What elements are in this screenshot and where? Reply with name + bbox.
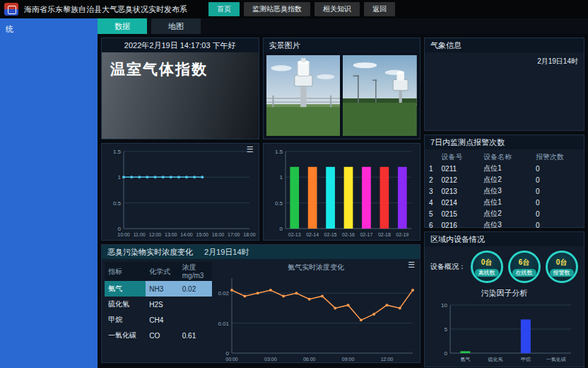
svg-text:1: 1 (118, 174, 122, 180)
alarm-cell: 0213 (437, 185, 480, 197)
device-stat-label: 报警数 (550, 269, 574, 277)
alarm-table-body: 10211点位1020212点位2030213点位3040214点位105021… (425, 163, 584, 231)
odor-cell-formula: CH4 (146, 312, 179, 328)
weather-panel: 气象信息 2月19日14时 (424, 38, 584, 131)
odor-timestamp: 2月19日14时 (204, 245, 249, 259)
devices-body: 设备概况： 0台离线数6台在线数0台报警数 污染因子分析 0510氨气硫化氢甲烷… (425, 246, 584, 367)
svg-text:1.5: 1.5 (274, 149, 283, 155)
device-overview-label: 设备概况： (430, 262, 470, 272)
photos-body (264, 52, 421, 139)
alarm-row: 30213点位30 (425, 185, 584, 197)
svg-text:03:00: 03:00 (264, 357, 277, 362)
svg-text:12:00: 12:00 (149, 232, 162, 237)
alarm-cell: 0 (531, 208, 584, 219)
device-stat-alarm: 0台报警数 (546, 251, 578, 283)
alarm-table-head: 设备号设备名称报警次数 (425, 151, 584, 163)
nav-item-knowledge[interactable]: 相关知识 (314, 2, 360, 16)
alarm-cell: 0 (531, 174, 584, 185)
content-area: 数据地图 2022年2月19日 14:17:03 下午好 温室气体指数 实景图片 (98, 18, 588, 368)
alarm-col-index (425, 151, 437, 163)
odor-cell-formula: NH3 (146, 281, 179, 297)
svg-text:0.02: 0.02 (218, 290, 229, 297)
chart-svg-greenhouse_line: 00.511.510:0011:0012:0013:0014:0015:0016… (104, 146, 257, 238)
odor-cell-indicator: 甲烷 (105, 312, 146, 328)
odor-row-carbon-monoxide[interactable]: 一氧化碳CO0.61 (105, 328, 212, 343)
greeting-headline: 温室气体指数 (110, 59, 250, 79)
device-stat-online: 6台在线数 (508, 251, 541, 283)
devices-panel: 区域内设备情况 设备概况： 0台离线数6台在线数0台报警数 污染因子分析 051… (424, 231, 584, 367)
device-stat-label: 离线数 (475, 269, 499, 277)
alarm-cell: 5 (425, 208, 437, 219)
svg-text:17:00: 17:00 (228, 232, 240, 237)
greeting-datetime: 2022年2月19日 14:17:03 下午好 (102, 38, 259, 52)
weather-timestamp: 2月19日14时 (537, 57, 578, 67)
odor-row-methane[interactable]: 甲烷CH4 (105, 312, 212, 328)
nav-item-back[interactable]: 返回 (364, 2, 395, 16)
sidebar: 统 (0, 18, 98, 368)
svg-text:02-16: 02-16 (342, 232, 355, 237)
devices-title: 区域内设备情况 (425, 232, 584, 246)
greeting-panel: 2022年2月19日 14:17:03 下午好 温室气体指数 (101, 38, 259, 139)
alarm-cell: 点位3 (479, 219, 531, 231)
site-photo-1[interactable] (266, 55, 341, 136)
odor-row-ammonia[interactable]: 氨气NH30.02 (105, 281, 212, 297)
odor-row-hydrogen-sulfide[interactable]: 硫化氢H2S (105, 297, 212, 312)
svg-text:0.5: 0.5 (274, 200, 283, 207)
svg-text:1.5: 1.5 (113, 149, 122, 155)
alarm-cell: 点位2 (479, 174, 531, 185)
svg-text:00:00: 00:00 (225, 357, 238, 362)
odor-col-0: 指标 (105, 262, 146, 281)
alarm-cell: 0 (531, 163, 584, 174)
svg-text:02-18: 02-18 (377, 232, 390, 237)
alarm-cell: 0211 (437, 163, 480, 174)
alarm-cell: 0215 (437, 208, 480, 219)
device-stat-count: 0台 (481, 258, 493, 268)
odor-cell-formula: H2S (146, 297, 179, 312)
sidebar-item-system[interactable]: 统 (6, 24, 92, 35)
chart-toolbox-icon[interactable]: ☰ (247, 146, 254, 154)
odor-table: 指标化学式浓度 mg/m3 氨气NH30.02硫化氢H2S甲烷CH4一氧化碳CO… (105, 262, 212, 343)
chart-svg-daily_bars: 00.511.502-1302-1402-1502-1602-1702-1802… (266, 146, 418, 238)
svg-text:14:00: 14:00 (180, 232, 193, 237)
chart-svg-factor_bars: 0510氨气硫化氢甲烷一氧化碳 (430, 299, 578, 362)
svg-text:18:00: 18:00 (243, 232, 256, 237)
odor-cell-formula: CO (146, 328, 179, 343)
alarm-col-0: 设备号 (437, 151, 480, 163)
odor-cell-indicator: 硫化氢 (105, 297, 146, 312)
svg-text:0: 0 (279, 226, 283, 232)
alarm-row: 40214点位10 (425, 197, 584, 208)
odor-title: 恶臭污染物实时浓度变化 (107, 245, 193, 259)
alarm-cell: 点位2 (479, 208, 531, 219)
ammonia-line-chart: 00.010.0200:0003:0006:0009:0012:00 (212, 272, 420, 362)
tab-data[interactable]: 数据 (98, 18, 147, 34)
weather-title: 气象信息 (425, 38, 584, 52)
odor-table-head: 指标化学式浓度 mg/m3 (105, 262, 212, 281)
alarms-panel: 7日内监测点报警次数 设备号设备名称报警次数 10211点位1020212点位2… (424, 134, 584, 228)
weather-body: 2月19日14时 (425, 52, 584, 130)
alarm-row: 60216点位30 (425, 219, 584, 231)
alarm-cell: 点位3 (479, 185, 531, 197)
nav-item-home[interactable]: 首页 (208, 2, 240, 16)
svg-text:10: 10 (441, 302, 447, 309)
svg-text:一氧化碳: 一氧化碳 (546, 357, 566, 362)
photos-panel: 实景图片 (263, 38, 421, 139)
tab-map[interactable]: 地图 (151, 18, 201, 34)
svg-text:甲烷: 甲烷 (521, 357, 531, 362)
greenhouse-chart-panel: ☰ 00.511.510:0011:0012:0013:0014:0015:00… (101, 143, 259, 241)
photos-title: 实景图片 (264, 38, 421, 52)
main-column: 2022年2月19日 14:17:03 下午好 温室气体指数 实景图片 (101, 38, 421, 364)
daily-bar-chart: 00.511.502-1302-1402-1502-1602-1702-1802… (266, 146, 418, 238)
odor-cell-value: 0.02 (179, 281, 212, 297)
alarm-cell: 4 (425, 197, 437, 208)
chart-toolbox-icon[interactable]: ☰ (408, 261, 415, 269)
alarm-cell: 点位1 (479, 197, 531, 208)
svg-text:12:00: 12:00 (381, 357, 394, 362)
site-photo-2[interactable] (343, 55, 417, 136)
app-logo-icon (4, 3, 18, 16)
factor-analysis-title: 污染因子分析 (430, 288, 578, 299)
svg-text:10:00: 10:00 (117, 232, 130, 237)
odor-panel-header: 恶臭污染物实时浓度变化 2月19日14时 (102, 245, 420, 259)
device-stat-offline: 0台离线数 (471, 251, 503, 283)
alarm-cell: 0 (531, 219, 584, 231)
nav-item-station-odor-index[interactable]: 监测站恶臭指数 (244, 2, 310, 16)
